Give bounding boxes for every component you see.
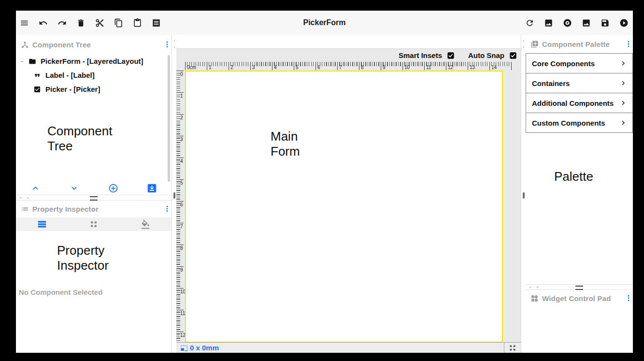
chevron-right-icon (619, 59, 628, 68)
play-icon[interactable] (619, 18, 629, 28)
ruler-v-label: 9 (180, 267, 183, 273)
tree-item-label: PickerForm - [LayeredLayout] (41, 57, 143, 65)
add-circle-icon[interactable] (108, 183, 118, 193)
palette-category-label: Custom Components (526, 119, 619, 127)
image-icon[interactable] (582, 18, 591, 28)
menu-icon[interactable] (20, 18, 29, 28)
palette-category-label: Core Components (526, 59, 619, 68)
component-tree-annotation: Component Tree (47, 124, 112, 154)
checkbox-icon (33, 86, 41, 93)
paste-icon[interactable] (133, 18, 142, 28)
cut-icon[interactable] (95, 18, 104, 28)
import-icon[interactable] (147, 183, 157, 193)
tree-scrollbar[interactable] (168, 55, 170, 182)
vertical-ruler: 0123456789101112 (176, 71, 185, 343)
collapse-toggle[interactable]: - (20, 58, 24, 65)
ruler-v-label: 5 (180, 180, 183, 186)
ruler-v-label: 11 (180, 311, 185, 316)
widget-control-pad-title: Widget Control Pad (542, 294, 611, 303)
widget-control-pad-menu-dots-icon[interactable] (625, 294, 632, 302)
palette-category-additional-components[interactable]: Additional Components (526, 93, 633, 113)
record-icon[interactable] (563, 18, 572, 28)
redo-icon[interactable] (57, 18, 67, 28)
splitter-grip[interactable] (523, 192, 525, 199)
ruler-h-label: 2 (230, 65, 233, 70)
ruler-h-label: 12 (448, 65, 453, 70)
ruler-h-label: 7 (339, 65, 342, 70)
smart-insets-checkbox[interactable] (447, 52, 455, 59)
ruler-v-label: 2 (180, 115, 183, 120)
widgets-icon (530, 294, 539, 303)
top-toolbar: PickerForm (16, 11, 633, 35)
property-inspector-annotation: Property Inspector (57, 243, 109, 273)
size-select-icon (180, 345, 188, 351)
list-icon (21, 205, 29, 213)
component-tree-list: - PickerForm - [LayeredLayout] Label - [… (16, 54, 169, 96)
expand-less-icon[interactable] (30, 183, 41, 193)
form-design-surface[interactable] (185, 71, 503, 343)
ruler-v-label: 3 (180, 137, 183, 142)
save-icon[interactable] (601, 18, 610, 28)
tree-row-label[interactable]: Label - [Label] (16, 68, 169, 82)
size-status-text: 0 x 0mm (190, 344, 219, 352)
refresh-icon[interactable] (525, 18, 534, 28)
list-tab-icon[interactable] (37, 219, 47, 229)
widget-control-pad-header: Widget Control Pad (526, 289, 638, 307)
tree-row-pickerform[interactable]: - PickerForm - [LayeredLayout] (16, 54, 169, 68)
canvas-column: Smart Insets Auto Snap 0cm12345678910111… (176, 35, 521, 353)
property-inspector-tabs (16, 217, 172, 231)
tree-row-picker[interactable]: Picker - [Picker] (16, 82, 169, 96)
ruler-h-label: 14 (491, 65, 497, 70)
undo-icon[interactable] (39, 18, 48, 28)
quote-icon (33, 72, 41, 79)
palette-category-label: Containers (526, 79, 619, 87)
tree-item-label: Picker - [Picker] (45, 85, 100, 93)
no-component-selected-message: No Component Selected (19, 288, 102, 296)
expand-more-icon[interactable] (69, 183, 79, 193)
auto-snap-checkbox[interactable] (509, 52, 517, 59)
splitter-grip[interactable] (173, 192, 175, 199)
fill-tab-icon[interactable] (141, 219, 150, 229)
selection-size-status: 0 x 0mm (176, 344, 219, 352)
ruler-h-label: 5 (296, 65, 299, 70)
palette-category-core-components[interactable]: Core Components (526, 53, 633, 73)
ruler-h-label: 10 (404, 65, 410, 70)
ruler-h-label: 8 (361, 65, 364, 70)
left-panel: Component Tree - PickerForm - [LayeredLa… (16, 35, 172, 353)
ruler-v-label: 6 (180, 202, 183, 207)
component-palette-title: Component Palette (542, 40, 610, 48)
delete-icon[interactable] (76, 18, 86, 28)
grid-tab-icon[interactable] (89, 219, 99, 229)
ruler-v-label: 8 (180, 245, 183, 251)
palette-category-containers[interactable]: Containers (526, 73, 633, 93)
toolbar-left-group (20, 11, 161, 35)
ruler-v-label: 7 (180, 224, 183, 229)
snap-options-row: Smart Insets Auto Snap (176, 49, 517, 62)
fullscreen-icon[interactable] (504, 343, 521, 353)
component-tree-menu-dots-icon[interactable] (164, 41, 171, 48)
component-tree-title: Component Tree (32, 41, 91, 49)
image-icon[interactable] (544, 18, 553, 28)
component-palette-header: Component Palette (526, 35, 638, 53)
receipt-icon[interactable] (152, 18, 161, 28)
ruler-v-label: 4 (180, 159, 183, 164)
palette-category-custom-components[interactable]: Custom Components (526, 113, 633, 133)
component-palette-menu-dots-icon[interactable] (625, 40, 632, 48)
property-inspector-title: Property Inspector (32, 205, 99, 213)
ruler-v-label: 1 (180, 93, 183, 99)
ruler-h-label: 11 (426, 65, 431, 70)
chevron-right-icon (619, 79, 628, 87)
app-window: PickerForm Component Tree - PickerForm -… (16, 11, 633, 353)
palette-category-list: Core Components Containers Additional Co… (526, 53, 633, 133)
canvas-statusbar: 0 x 0mm (176, 342, 521, 353)
property-inspector-menu-dots-icon[interactable] (164, 205, 171, 213)
right-panel: Component Palette Core Components Contai… (526, 35, 633, 353)
copy-icon[interactable] (114, 18, 123, 28)
ruler-h-label: 1 (209, 65, 212, 70)
ruler-h-label: 6 (317, 65, 320, 70)
ruler-h-label: 3 (252, 65, 255, 70)
ruler-h-label: 9 (383, 65, 386, 70)
ruler-v-label: 0 (180, 72, 183, 77)
toolbar-right-group (525, 11, 629, 35)
folder-open-icon (29, 58, 36, 65)
